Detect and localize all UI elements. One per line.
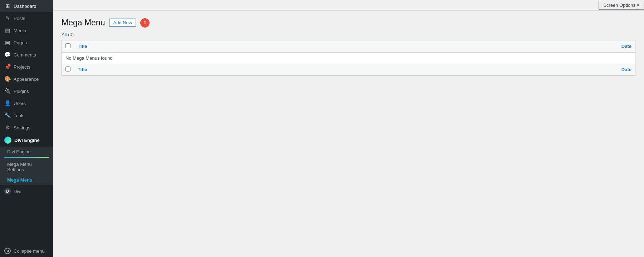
table-footer-title[interactable]: Title (74, 64, 348, 76)
posts-icon: ✎ (4, 15, 11, 21)
select-all-footer-checkbox[interactable] (65, 66, 70, 71)
divi-label: Divi (14, 189, 21, 194)
sidebar-item-posts[interactable]: ✎ Posts (0, 12, 53, 24)
table-footer-row: Title Date (62, 64, 635, 76)
top-bar: Screen Options ▾ (53, 0, 644, 11)
select-all-checkbox[interactable] (65, 43, 70, 48)
filter-all-count: (0) (68, 32, 74, 37)
table-footer-date[interactable]: Date (348, 64, 635, 76)
sidebar-item-users[interactable]: 👤 Users (0, 97, 53, 109)
plugins-icon: 🔌 (4, 88, 11, 94)
sidebar-item-label: Tools (14, 113, 24, 118)
notification-badge: 1 (140, 18, 150, 28)
sidebar-item-label: Projects (14, 64, 30, 70)
sidebar-item-appearance[interactable]: 🎨 Appearance (0, 73, 53, 85)
sidebar-item-label: Comments (14, 52, 36, 58)
projects-icon: 📌 (4, 64, 11, 70)
table-empty-row: No Mega Menus found (62, 53, 635, 64)
sidebar-item-label: Posts (14, 16, 25, 21)
page-body: Mega Menu Add New 1 All (0) Title Date (53, 11, 644, 257)
collapse-menu-button[interactable]: ◀ Collapse menu (0, 245, 53, 257)
screen-options-button[interactable]: Screen Options ▾ (599, 1, 644, 10)
comments-icon: 💬 (4, 51, 11, 58)
table-header-title[interactable]: Title (74, 40, 348, 53)
sidebar-item-divi[interactable]: D Divi (0, 185, 53, 197)
sidebar-item-dashboard[interactable]: ⊞ Dashboard (0, 0, 53, 12)
sidebar-item-projects[interactable]: 📌 Projects (0, 61, 53, 73)
sidebar-item-comments[interactable]: 💬 Comments (0, 49, 53, 61)
table-header-row: Title Date (62, 40, 635, 53)
screen-options-label: Screen Options (603, 3, 635, 8)
filter-all-link[interactable]: All (0) (62, 32, 74, 37)
sidebar-item-label: Plugins (14, 89, 29, 94)
collapse-label: Collapse menu (14, 248, 45, 254)
sidebar-item-settings[interactable]: ⚙ Settings (0, 122, 53, 134)
sidebar-item-label: Pages (14, 40, 27, 45)
settings-icon: ⚙ (4, 124, 11, 131)
dashboard-icon: ⊞ (4, 3, 11, 9)
sidebar-item-mega-menu[interactable]: Mega Menu (0, 175, 53, 185)
divi-engine-underline (4, 157, 49, 158)
table-header-checkbox (62, 40, 74, 53)
sidebar-item-label: Appearance (14, 76, 39, 82)
sidebar-item-label: Users (14, 101, 26, 106)
page-title: Mega Menu (62, 18, 105, 28)
table-footer-checkbox (62, 64, 74, 76)
table-empty-message: No Mega Menus found (62, 53, 635, 64)
tools-icon: 🔧 (4, 112, 11, 119)
sidebar-item-label: Dashboard (14, 4, 36, 9)
sidebar-item-tools[interactable]: 🔧 Tools (0, 109, 53, 122)
sidebar-item-label: Media (14, 28, 26, 33)
filter-bar: All (0) (62, 32, 635, 37)
posts-table: Title Date No Mega Menus found Title Dat… (62, 40, 635, 76)
sidebar-item-divi-engine[interactable]: Divi Engine (0, 134, 53, 147)
sidebar-item-divi-engine-sub[interactable]: Divi Engine (0, 147, 53, 157)
divi-icon: D (4, 188, 11, 194)
add-new-button[interactable]: Add New (109, 19, 136, 27)
screen-options-arrow: ▾ (637, 3, 639, 8)
divi-engine-icon (4, 137, 11, 144)
sidebar-item-plugins[interactable]: 🔌 Plugins (0, 85, 53, 97)
sidebar: ⊞ Dashboard ✎ Posts ▤ Media ▣ Pages 💬 Co… (0, 0, 53, 257)
collapse-icon: ◀ (4, 248, 11, 254)
divi-engine-submenu: Divi Engine Mega Menu Settings Mega Menu (0, 147, 53, 185)
main-content: Screen Options ▾ Mega Menu Add New 1 All… (53, 0, 644, 257)
appearance-icon: 🎨 (4, 76, 11, 82)
media-icon: ▤ (4, 27, 11, 34)
sidebar-item-mega-menu-settings[interactable]: Mega Menu Settings (0, 159, 53, 175)
sidebar-item-pages[interactable]: ▣ Pages (0, 36, 53, 49)
sidebar-item-media[interactable]: ▤ Media (0, 24, 53, 36)
sidebar-item-label: Settings (14, 125, 30, 130)
table-header-date[interactable]: Date (348, 40, 635, 53)
page-title-row: Mega Menu Add New 1 (62, 18, 635, 28)
users-icon: 👤 (4, 100, 11, 107)
divi-engine-label: Divi Engine (14, 138, 40, 143)
pages-icon: ▣ (4, 39, 11, 46)
